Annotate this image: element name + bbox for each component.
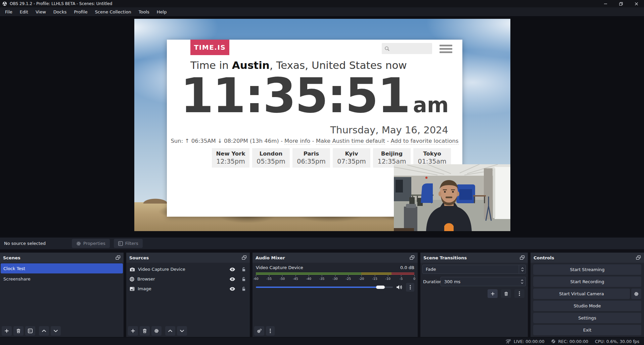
city-box: Paris06:35pm: [292, 148, 330, 168]
live-status: LIVE: 00:00:00: [505, 339, 544, 344]
meter-tick: -30: [332, 277, 338, 281]
transition-select-arrows[interactable]: [519, 265, 525, 273]
menu-file[interactable]: File: [1, 9, 16, 14]
program-preview[interactable]: TIME.IS Time in Austin, Texas, United St…: [134, 19, 510, 231]
remove-scene-button[interactable]: [13, 326, 24, 336]
scenes-panel: Scenes Clock Test Screenshare: [0, 253, 124, 337]
virtual-camera-settings-button[interactable]: [631, 289, 641, 299]
menu-docks[interactable]: Docks: [50, 9, 70, 14]
visibility-eye-icon[interactable]: [229, 277, 235, 281]
city-name: Paris: [292, 150, 330, 157]
scene-filters-button[interactable]: [25, 326, 35, 336]
meter-tick: 0: [413, 277, 415, 281]
source-item-image[interactable]: Image: [126, 284, 250, 294]
exit-button[interactable]: Exit: [533, 325, 641, 335]
sources-header: Sources: [126, 253, 250, 263]
chevron-up-icon: [42, 329, 46, 333]
sources-toolbar: [126, 325, 250, 337]
scene-transitions-header: Scene Transitions: [420, 253, 528, 263]
timeis-clock: 11:35:51am: [167, 72, 462, 120]
mixer-options-button[interactable]: [406, 283, 414, 292]
add-scene-button[interactable]: [2, 326, 12, 336]
settings-button[interactable]: Settings: [533, 313, 641, 323]
close-button[interactable]: [629, 0, 644, 7]
popout-icon[interactable]: [520, 255, 525, 260]
rec-time: REC: 00:00:00: [558, 339, 588, 344]
lock-icon[interactable]: [242, 287, 246, 291]
studio-mode-button[interactable]: Studio Mode: [533, 301, 641, 311]
source-item-browser[interactable]: Browser: [126, 274, 250, 284]
scene-transitions-panel: Scene Transitions Fade Duration 300 ms: [420, 253, 528, 337]
visibility-eye-icon[interactable]: [229, 287, 235, 291]
scene-item-clock-test[interactable]: Clock Test: [1, 263, 123, 273]
rec-status: REC: 00:00:00: [551, 339, 588, 344]
move-scene-up-button[interactable]: [39, 326, 49, 336]
lock-icon[interactable]: [242, 267, 246, 272]
transition-properties-button[interactable]: [514, 289, 524, 298]
move-scene-down-button[interactable]: [51, 326, 61, 336]
move-source-up-button[interactable]: [165, 326, 175, 336]
clock-time: 11:35:51: [181, 68, 410, 123]
start-recording-button[interactable]: Start Recording: [533, 276, 641, 287]
audio-mixer-toolbar: [252, 325, 418, 337]
volume-slider-handle[interactable]: [376, 286, 385, 289]
lock-icon[interactable]: [242, 277, 246, 282]
source-item-video-capture[interactable]: Video Capture Device: [126, 264, 250, 274]
city-time: 05:35pm: [252, 158, 290, 165]
duration-spinbox[interactable]: 300 ms: [441, 277, 526, 286]
start-virtual-camera-button[interactable]: Start Virtual Camera: [533, 289, 630, 299]
popout-icon[interactable]: [410, 255, 415, 260]
timeis-date: Thursday, May 16, 2024: [330, 124, 448, 136]
minimize-button[interactable]: [598, 0, 613, 7]
menu-profile[interactable]: Profile: [70, 9, 91, 14]
transition-select[interactable]: Fade: [422, 265, 526, 274]
advanced-audio-button[interactable]: [254, 326, 264, 336]
timeis-sun-line: Sun: ↑ 06:35AM ↓ 08:20PM (13h 46m) - Mor…: [167, 138, 462, 144]
popout-icon[interactable]: [116, 255, 121, 260]
chevron-down-icon: [53, 329, 58, 333]
double-gear-icon: [257, 329, 262, 333]
source-label: Image: [138, 286, 151, 291]
source-label: Video Capture Device: [138, 267, 185, 272]
add-transition-button[interactable]: [488, 289, 498, 298]
scenes-header: Scenes: [0, 253, 124, 263]
remove-source-button[interactable]: [140, 326, 150, 336]
meter-tick: -10: [385, 277, 391, 281]
meter-scale: -60 -55 -50 -45 -40 -35 -30 -25 -20 -15 …: [256, 275, 414, 281]
plus-icon: [4, 329, 9, 333]
scene-item-screenshare[interactable]: Screenshare: [0, 273, 124, 284]
filters-label: Filters: [125, 241, 138, 246]
add-source-button[interactable]: [128, 326, 138, 336]
menu-scene-collection[interactable]: Scene Collection: [91, 9, 135, 14]
restore-button[interactable]: [613, 0, 629, 7]
kebab-menu-icon: [410, 285, 411, 290]
visibility-eye-icon[interactable]: [229, 267, 235, 271]
duration-spin-arrows[interactable]: [521, 279, 525, 284]
remove-transition-button[interactable]: [501, 289, 511, 298]
menu-help[interactable]: Help: [153, 9, 171, 14]
start-streaming-button[interactable]: Start Streaming: [533, 264, 641, 275]
cpu-fps-status: CPU: 0.6%, 30.00 fps: [595, 339, 639, 344]
speaker-icon[interactable]: [396, 285, 403, 290]
properties-button[interactable]: Properties: [72, 239, 110, 248]
status-bar: LIVE: 00:00:00 REC: 00:00:00 CPU: 0.6%, …: [0, 338, 644, 345]
duration-label: Duration: [422, 279, 441, 284]
city-name: Beijing: [373, 150, 411, 157]
menu-tools[interactable]: Tools: [135, 9, 153, 14]
mixer-menu-button[interactable]: [266, 326, 275, 336]
city-time: 07:35pm: [333, 158, 370, 165]
popout-icon[interactable]: [636, 255, 641, 260]
menu-view[interactable]: View: [32, 9, 50, 14]
filters-button[interactable]: Filters: [114, 239, 143, 248]
kebab-menu-icon: [270, 329, 271, 333]
menu-edit[interactable]: Edit: [16, 9, 32, 14]
chevron-down-icon: [521, 282, 523, 284]
clock-ampm: am: [413, 93, 449, 117]
meter-tick: -15: [372, 277, 377, 281]
audio-mixer-body: Video Capture Device 0.0 dB -60 -55 -50 …: [252, 263, 418, 325]
source-properties-button[interactable]: [151, 326, 162, 336]
separator: -: [312, 138, 314, 144]
popout-icon[interactable]: [242, 255, 247, 260]
volume-slider[interactable]: [256, 287, 393, 288]
move-source-down-button[interactable]: [177, 326, 187, 336]
